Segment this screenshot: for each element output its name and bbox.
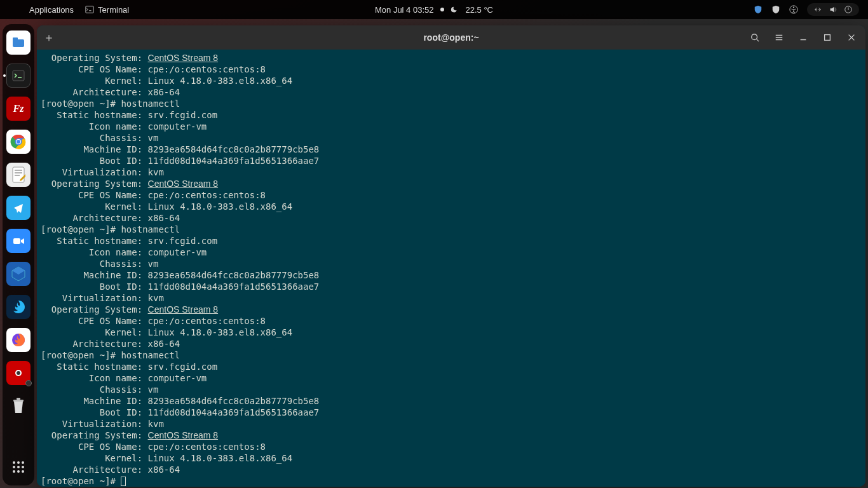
dock-terminal[interactable] xyxy=(6,64,31,88)
svg-point-27 xyxy=(22,461,24,464)
svg-rect-6 xyxy=(13,71,24,81)
zoom-icon xyxy=(11,234,25,248)
new-tab-button[interactable]: ＋ xyxy=(37,25,61,50)
dock-filezilla[interactable]: Fz xyxy=(6,97,31,121)
accessibility-icon[interactable] xyxy=(789,5,798,14)
show-applications[interactable] xyxy=(6,455,31,479)
clock-area[interactable]: Mon Jul 4 03:52 22.5 °C xyxy=(375,5,493,15)
trash-icon xyxy=(11,397,26,415)
applications-menu[interactable]: Applications xyxy=(29,5,74,15)
svg-rect-12 xyxy=(13,167,24,182)
svg-point-26 xyxy=(17,461,20,464)
terminal-output[interactable]: Operating System: CentOS Stream 8 CPE OS… xyxy=(37,50,865,487)
active-app-terminal[interactable]: Terminal xyxy=(85,5,129,15)
firefox-dev-icon xyxy=(10,299,27,315)
svg-point-30 xyxy=(22,466,24,468)
vbox-icon xyxy=(10,266,27,282)
telegram-icon xyxy=(11,201,25,215)
terminal-app-icon xyxy=(11,69,25,83)
search-button[interactable] xyxy=(745,29,765,46)
svg-point-31 xyxy=(13,470,15,473)
weather-icon xyxy=(451,5,459,14)
dock-text-editor[interactable] xyxy=(6,163,31,187)
gnome-top-bar: Applications Terminal Mon Jul 4 03:52 22… xyxy=(0,0,868,19)
dock: Fz xyxy=(3,24,34,485)
svg-point-29 xyxy=(17,466,20,468)
chrome-icon xyxy=(10,133,27,150)
volume-icon xyxy=(829,5,837,14)
text-editor-icon xyxy=(11,166,25,183)
minimize-button[interactable] xyxy=(793,29,813,46)
dock-cheese[interactable] xyxy=(6,361,31,385)
system-tray[interactable] xyxy=(807,3,859,16)
dock-virtualbox[interactable] xyxy=(6,262,31,286)
notification-dot-icon xyxy=(440,8,444,11)
svg-point-22 xyxy=(17,371,20,375)
svg-point-2 xyxy=(793,6,794,8)
svg-point-25 xyxy=(13,461,15,464)
maximize-button[interactable] xyxy=(817,29,837,46)
menu-icon xyxy=(775,33,783,42)
svg-point-33 xyxy=(22,470,24,473)
active-app-label: Terminal xyxy=(98,5,129,15)
dock-chrome[interactable] xyxy=(6,130,31,154)
search-icon xyxy=(750,33,759,42)
files-icon xyxy=(11,36,25,50)
firefox-icon xyxy=(10,332,27,348)
grid-icon xyxy=(11,460,25,474)
shield-icon[interactable] xyxy=(754,5,763,14)
window-titlebar[interactable]: ＋ root@open:~ xyxy=(37,25,865,50)
dock-firefox[interactable] xyxy=(6,328,31,352)
svg-rect-5 xyxy=(13,37,18,41)
terminal-icon xyxy=(85,5,94,14)
camera-icon xyxy=(11,366,25,380)
dock-telegram[interactable] xyxy=(6,196,31,220)
dock-zoom[interactable] xyxy=(6,229,31,253)
window-title: root@open:~ xyxy=(423,32,478,43)
power-icon xyxy=(844,5,853,14)
dock-firefox-dev[interactable] xyxy=(6,295,31,319)
svg-point-11 xyxy=(17,140,20,144)
network-icon xyxy=(813,5,822,14)
svg-point-32 xyxy=(17,470,20,473)
security-icon[interactable] xyxy=(771,5,780,14)
filezilla-icon: Fz xyxy=(13,103,24,114)
svg-rect-24 xyxy=(17,398,20,400)
svg-rect-14 xyxy=(13,238,20,244)
terminal-window: ＋ root@open:~ Operating System: CentOS S… xyxy=(37,25,865,487)
svg-rect-0 xyxy=(86,6,93,13)
temperature-text: 22.5 °C xyxy=(466,5,494,15)
svg-point-34 xyxy=(752,34,757,40)
clock-text: Mon Jul 4 03:52 xyxy=(375,5,434,15)
dock-files[interactable] xyxy=(6,30,31,55)
svg-rect-35 xyxy=(825,35,831,41)
minimize-icon xyxy=(799,33,808,42)
close-icon xyxy=(847,33,856,42)
menu-button[interactable] xyxy=(769,29,789,46)
svg-point-28 xyxy=(13,466,15,468)
badge-icon xyxy=(25,380,32,386)
dock-trash[interactable] xyxy=(6,394,31,418)
svg-rect-23 xyxy=(13,400,24,402)
close-button[interactable] xyxy=(841,29,862,46)
maximize-icon xyxy=(823,33,832,42)
